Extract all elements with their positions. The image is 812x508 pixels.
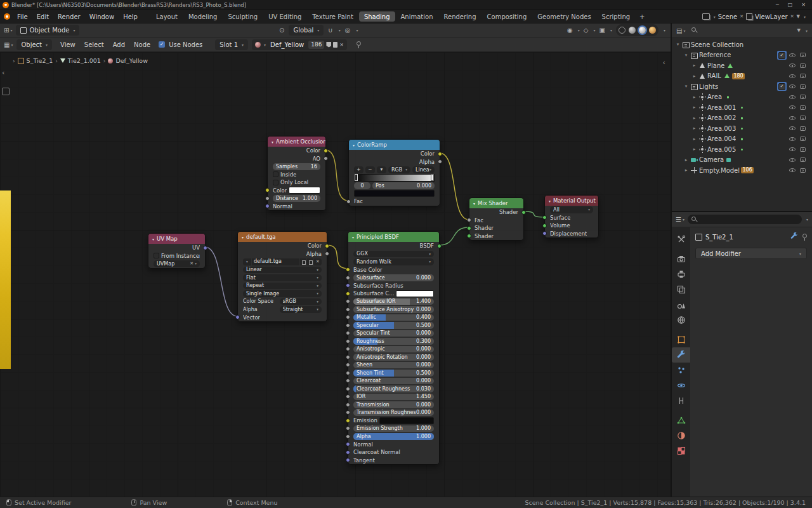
- dropdown[interactable]: Flat▾: [243, 274, 322, 281]
- node-header-principled-bsdf[interactable]: ▾Principled BSDF: [348, 232, 439, 242]
- minimize-button[interactable]: ─: [776, 2, 779, 8]
- scene-name[interactable]: Scene: [718, 13, 738, 20]
- collapse-node-icon[interactable]: ▾: [152, 237, 154, 241]
- pin-icon[interactable]: [356, 41, 361, 48]
- hide-viewport-eye-icon[interactable]: [788, 103, 797, 112]
- value-slider[interactable]: Subsurface IOR1.400: [353, 298, 434, 305]
- node-row-uvmap[interactable]: UVMap✕▾: [148, 260, 205, 268]
- workspace-tab-compositing[interactable]: Compositing: [482, 11, 532, 22]
- node-row-transmission-roughness[interactable]: Transmission Roughness0.000: [348, 409, 439, 417]
- material-users-count[interactable]: 186: [308, 41, 324, 49]
- node-row-anisotropic-rotation[interactable]: Anisotropic Rotation0.000: [348, 353, 439, 361]
- dropdown[interactable]: Random Walk▾: [353, 258, 434, 265]
- properties-tab-tool[interactable]: [672, 232, 690, 247]
- material-name[interactable]: Def_Yellow: [268, 41, 306, 48]
- image-fake-user-icon[interactable]: [300, 258, 306, 265]
- input-socket[interactable]: [265, 196, 270, 201]
- expand-icon[interactable]: ▾: [683, 53, 690, 58]
- node-row-ior[interactable]: IOR1.450: [348, 393, 439, 401]
- node-row-single-image[interactable]: Single Image▾: [238, 290, 327, 298]
- ramp-stop-right[interactable]: [431, 174, 434, 181]
- value-slider[interactable]: Transmission Roughness0.000: [353, 410, 434, 417]
- properties-tab-particles[interactable]: [672, 363, 690, 378]
- shader-menu-node[interactable]: Node: [129, 40, 155, 50]
- proportional-edit-icon[interactable]: ◎: [345, 27, 351, 34]
- orientation-dropdown[interactable]: Global ▾: [289, 25, 324, 36]
- node-row-clearcoat-roughness[interactable]: Clearcoat Roughness0.030: [348, 385, 439, 393]
- value-slider[interactable]: Subsurface Anisotropy0.000: [353, 306, 434, 313]
- node-row-distance[interactable]: Distance1.000: [268, 194, 325, 203]
- fake-user-shield-icon[interactable]: [326, 42, 331, 48]
- node-header-material-output[interactable]: ▾Material Output: [545, 196, 598, 206]
- viewport-editor-type-button[interactable]: ⊞▾: [4, 27, 12, 34]
- properties-pin-icon[interactable]: [802, 234, 807, 241]
- node-row-samples[interactable]: Samples16: [268, 163, 325, 171]
- colorramp-gradient[interactable]: [354, 174, 435, 182]
- expand-icon[interactable]: ▸: [683, 168, 690, 173]
- disable-render-camera-icon[interactable]: [799, 156, 808, 164]
- shader-type-dropdown[interactable]: Object ▾: [16, 39, 52, 50]
- hide-viewport-eye-icon[interactable]: [788, 114, 797, 123]
- node-row-swatch[interactable]: [349, 190, 440, 198]
- node-colorramp[interactable]: ▾ColorRampColorAlpha+−▾RGB▾Linear▾0Pos0.…: [348, 139, 440, 206]
- shading-matp-button[interactable]: [639, 27, 646, 34]
- ramp-index-field[interactable]: 0: [354, 182, 370, 189]
- hide-viewport-eye-icon[interactable]: [788, 145, 797, 154]
- input-socket[interactable]: [346, 276, 350, 280]
- disable-render-camera-icon[interactable]: [799, 93, 808, 102]
- properties-tab-modifiers[interactable]: [672, 347, 690, 363]
- input-socket[interactable]: [346, 403, 350, 407]
- node-header-image-texture[interactable]: ▾default.tga: [238, 232, 327, 242]
- shading-dropdown-icon[interactable]: ▾: [664, 28, 665, 32]
- workspace-tab-texture-paint[interactable]: Texture Paint: [307, 11, 358, 22]
- value-slider[interactable]: Subsurface0.000: [353, 274, 434, 281]
- properties-editor-type-button[interactable]: ☰▾: [676, 216, 684, 223]
- workspace-tab-geometry-nodes[interactable]: Geometry Nodes: [532, 11, 596, 22]
- properties-search-input[interactable]: [688, 215, 802, 224]
- menu-window[interactable]: Window: [85, 12, 119, 22]
- workspace-tab-shading[interactable]: Shading: [359, 11, 395, 22]
- hide-viewport-eye-icon[interactable]: [788, 72, 797, 81]
- disable-render-camera-icon[interactable]: [799, 124, 808, 133]
- input-socket[interactable]: [542, 224, 547, 228]
- gizmo-icon[interactable]: ◇: [584, 27, 589, 34]
- outliner-row-scene-collection[interactable]: ▾Scene Collection: [672, 39, 812, 50]
- ramp-tool-button[interactable]: +: [354, 166, 363, 173]
- dropdown[interactable]: Linear▾: [412, 166, 435, 173]
- node-row-metallic[interactable]: Metallic0.400: [348, 314, 439, 322]
- node-row-color-space[interactable]: Color SpacesRGB▾: [238, 298, 327, 306]
- input-socket[interactable]: [346, 410, 350, 415]
- collapse-node-icon[interactable]: ▾: [549, 199, 551, 203]
- properties-tab-object[interactable]: [672, 332, 690, 347]
- input-socket[interactable]: [346, 323, 350, 328]
- properties-tab-texture[interactable]: [672, 443, 690, 458]
- expand-icon[interactable]: ▸: [691, 95, 698, 100]
- expand-icon[interactable]: ▸: [691, 116, 698, 121]
- shader-menu-add[interactable]: Add: [108, 40, 129, 50]
- input-socket[interactable]: [542, 231, 547, 236]
- input-socket[interactable]: [346, 363, 350, 367]
- ramp-tool-button[interactable]: −: [365, 166, 375, 173]
- shader-node-editor[interactable]: ▾UV MapUVFrom InstancerUVMap✕▾▾Ambient O…: [0, 52, 671, 497]
- node-header-mix-shader[interactable]: ▾Mix Shader: [469, 198, 523, 208]
- clear-icon[interactable]: ✕: [190, 261, 193, 266]
- input-socket[interactable]: [346, 267, 350, 272]
- disable-render-camera-icon[interactable]: [799, 166, 808, 175]
- node-row-ramp[interactable]: [349, 174, 440, 182]
- node-row-random-walk[interactable]: Random Walk▾: [348, 258, 439, 266]
- expand-icon[interactable]: ▸: [691, 137, 698, 142]
- workspace-tab-modeling[interactable]: Modeling: [183, 11, 223, 22]
- dropdown[interactable]: Single Image▾: [243, 290, 322, 297]
- new-material-icon[interactable]: [333, 42, 337, 48]
- value-slider[interactable]: Sheen0.000: [353, 362, 434, 369]
- node-row-anisotropic[interactable]: Anisotropic0.000: [348, 345, 439, 354]
- input-socket[interactable]: [346, 307, 350, 312]
- input-socket[interactable]: [346, 426, 350, 431]
- dropdown[interactable]: All▾: [550, 206, 593, 213]
- disable-render-camera-icon[interactable]: [799, 114, 808, 123]
- hide-viewport-eye-icon[interactable]: [788, 51, 797, 60]
- color-swatch[interactable]: [289, 187, 320, 194]
- collapse-node-icon[interactable]: ▾: [272, 140, 273, 144]
- workspace-tab-layout[interactable]: Layout: [151, 11, 183, 22]
- expand-icon[interactable]: ▸: [683, 157, 690, 163]
